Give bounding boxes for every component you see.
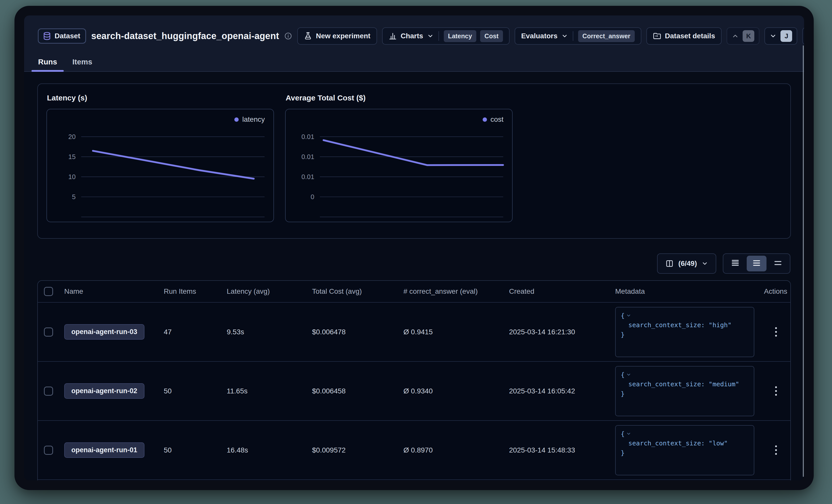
cell-run-items: 47 <box>164 328 227 336</box>
page-title: search-dataset_huggingface_openai-agent <box>91 31 279 41</box>
cell-total-cost: $0.006458 <box>312 387 404 395</box>
divider <box>439 31 439 41</box>
app-window: Dataset search-dataset_huggingface_opena… <box>15 6 814 490</box>
legend-dot <box>234 117 239 122</box>
runs-table: Name Run Items Latency (avg) Total Cost … <box>37 280 791 480</box>
chart-chip-latency[interactable]: Latency <box>444 30 476 42</box>
row-actions-menu-button[interactable] <box>772 324 780 340</box>
cell-latency: 16.48s <box>227 446 312 454</box>
row-checkbox[interactable] <box>44 446 53 455</box>
dataset-details-button[interactable]: Dataset details <box>646 27 722 45</box>
dataset-badge: Dataset <box>38 28 86 44</box>
header: Dataset search-dataset_huggingface_opena… <box>24 16 804 72</box>
key-j-badge: J <box>780 30 792 42</box>
cell-name: openai-agent-run-01 <box>64 442 164 458</box>
cell-actions <box>762 383 790 399</box>
metadata-json-box: { search_context_size: "high" } <box>615 307 754 357</box>
tab-items[interactable]: Items <box>67 55 98 71</box>
metadata-expand-icon[interactable] <box>626 372 631 377</box>
svg-text:0: 0 <box>311 193 314 200</box>
cell-created: 2025-03-14 16:21:30 <box>509 328 615 336</box>
latency-chart: 2015105 latency <box>47 109 274 222</box>
metadata-expand-icon[interactable] <box>626 313 631 318</box>
columns-icon <box>665 259 674 268</box>
column-header-latency: Latency (avg) <box>227 287 312 296</box>
charts-menu-button[interactable]: Charts Latency Cost <box>382 27 510 45</box>
evaluator-chip-correct-answer[interactable]: Correct_answer <box>578 30 635 42</box>
row-height-dense-button[interactable] <box>725 256 745 272</box>
dataset-details-label: Dataset details <box>665 32 715 40</box>
cell-total-cost: $0.009572 <box>312 446 404 454</box>
rows-medium-icon <box>752 258 761 269</box>
run-name-badge[interactable]: openai-agent-run-02 <box>64 383 145 399</box>
row-height-tall-button[interactable] <box>768 256 788 272</box>
row-actions-menu-button[interactable] <box>772 442 780 458</box>
previous-run-shortcut-button[interactable]: K <box>727 27 759 45</box>
database-icon <box>43 32 51 40</box>
row-checkbox[interactable] <box>44 328 53 337</box>
desktop: { "header": { "badge_label": "Dataset", … <box>0 0 832 504</box>
metadata-key: search_context_size: <box>628 381 705 388</box>
cell-name: openai-agent-run-02 <box>64 383 164 399</box>
cost-chart: 0.010.010.010 cost <box>285 109 513 222</box>
run-name-badge[interactable]: openai-agent-run-01 <box>64 442 145 458</box>
vertical-scrollbar[interactable] <box>803 46 804 477</box>
chevron-up-icon <box>732 32 739 39</box>
chart-chip-cost[interactable]: Cost <box>480 30 503 42</box>
metadata-expand-icon[interactable] <box>626 431 631 436</box>
folder-icon <box>653 32 661 40</box>
table-row[interactable]: openai-agent-run-03 47 9.53s $0.006478 Ø… <box>38 303 790 362</box>
svg-text:5: 5 <box>72 193 75 200</box>
table-row[interactable]: openai-agent-run-02 50 11.65s $0.006458 … <box>38 362 790 421</box>
chevron-down-icon <box>770 32 777 39</box>
select-all-checkbox[interactable] <box>44 287 53 296</box>
cell-actions <box>762 442 790 458</box>
legend-label: cost <box>491 115 503 123</box>
column-header-total-cost: Total Cost (avg) <box>312 287 404 296</box>
svg-text:0.01: 0.01 <box>302 133 314 140</box>
tab-bar: Runs Items <box>24 54 804 71</box>
new-experiment-button[interactable]: New experiment <box>297 27 377 45</box>
main-content: Latency (s) 2015105 latency Average Tota… <box>24 72 804 480</box>
new-experiment-label: New experiment <box>316 32 370 40</box>
charts-menu-label: Charts <box>401 32 423 40</box>
column-header-metadata: Metadata <box>615 287 762 296</box>
legend-dot <box>483 117 487 122</box>
column-header-name: Name <box>64 287 164 296</box>
row-height-medium-button[interactable] <box>747 256 766 272</box>
metadata-value: "high" <box>709 321 731 329</box>
metadata-key: search_context_size: <box>628 321 705 329</box>
cell-run-items: 50 <box>164 446 227 454</box>
evaluators-menu-button[interactable]: Evaluators Correct_answer <box>515 27 641 45</box>
metadata-value: "medium" <box>709 381 739 388</box>
svg-text:0.01: 0.01 <box>302 173 314 180</box>
latency-chart-legend: latency <box>234 115 265 123</box>
svg-text:0.01: 0.01 <box>302 153 314 160</box>
row-checkbox[interactable] <box>44 387 53 396</box>
cell-correct-answer: Ø 0.9340 <box>404 387 509 395</box>
cell-latency: 11.65s <box>227 387 312 395</box>
rows-tall-icon <box>773 258 782 269</box>
cell-created: 2025-03-14 16:05:42 <box>509 387 615 395</box>
column-header-created: Created <box>509 287 615 296</box>
column-visibility-button[interactable]: (6/49) <box>657 253 716 274</box>
topbar: Dataset search-dataset_huggingface_opena… <box>24 16 804 54</box>
tab-runs[interactable]: Runs <box>32 55 63 71</box>
evaluators-menu-label: Evaluators <box>521 32 557 40</box>
column-count-label: (6/49) <box>678 259 697 268</box>
cell-metadata: { search_context_size: "high" } <box>615 307 762 357</box>
table-row[interactable]: openai-agent-run-01 50 16.48s $0.009572 … <box>38 421 790 480</box>
info-icon[interactable] <box>284 32 292 40</box>
row-actions-menu-button[interactable] <box>772 383 780 399</box>
more-options-button[interactable] <box>802 27 804 45</box>
select-all-cell <box>44 287 64 296</box>
latency-chart-block: Latency (s) 2015105 latency <box>47 92 274 227</box>
cell-latency: 9.53s <box>227 328 312 336</box>
row-select-cell <box>44 446 64 455</box>
run-name-badge[interactable]: openai-agent-run-03 <box>64 324 145 340</box>
app-content: Dataset search-dataset_huggingface_opena… <box>24 16 804 480</box>
next-run-shortcut-button[interactable]: J <box>764 27 797 45</box>
svg-text:15: 15 <box>68 153 76 160</box>
key-k-badge: K <box>743 30 754 42</box>
row-select-cell <box>44 328 64 337</box>
